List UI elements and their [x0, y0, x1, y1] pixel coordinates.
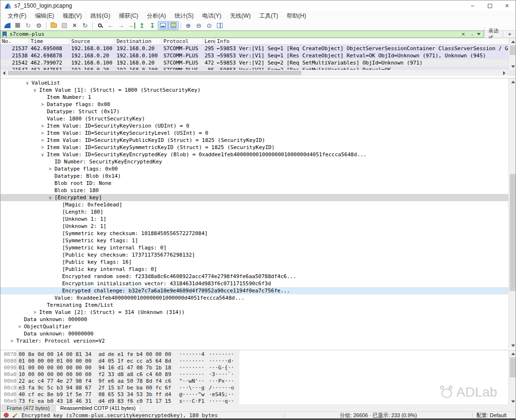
tree-row[interactable]: ∨Item Value [1]: (Struct) = 1800 (Struct…	[0, 86, 508, 94]
collapsed-arrow-icon[interactable]: >	[41, 122, 44, 129]
zoom-out-button[interactable]: ⊖	[194, 21, 204, 30]
clear-filter-icon[interactable]: ✕	[460, 32, 467, 37]
hex-row[interactable]: 00d040 cf ec 8e b9 1f 5e 7708 65 53 34 5…	[0, 391, 516, 398]
hex-row[interactable]: 008001 00 00 00 01 00 00 00d4 05 1f ec c…	[0, 358, 516, 365]
tree-row[interactable]: >Item Value: ID=SecurityKeySecurityLevel…	[0, 129, 508, 137]
add-filter-button[interactable]: +	[503, 31, 516, 38]
capture-options-button[interactable]	[33, 21, 44, 30]
tree-row[interactable]: [Magic: 0xfee1dead]	[0, 201, 508, 208]
vscroll-up-arrow[interactable]	[509, 78, 516, 85]
detail-vscrollbar[interactable]	[508, 78, 516, 348]
menu-item[interactable]: 分析(A)	[142, 11, 170, 21]
menu-item[interactable]: 捕获(C)	[115, 11, 143, 21]
vscroll-down-arrow[interactable]	[509, 63, 516, 70]
tree-row[interactable]: [Symmetric key checksum: 101884505565722…	[0, 230, 508, 237]
menu-item[interactable]: 文件(F)	[3, 11, 31, 21]
tree-row[interactable]: [Symmetric key flags: 1]	[0, 237, 508, 244]
tree-row[interactable]: >Item Value [2]: (Struct) = 314 (Unknown…	[0, 309, 508, 316]
collapsed-arrow-icon[interactable]: >	[41, 144, 44, 151]
tree-row[interactable]: Datatype: Struct (0x17)	[0, 108, 508, 115]
filter-history-chevron-icon[interactable]	[477, 33, 481, 35]
tree-row[interactable]: [Public key internal flags: 0]	[0, 266, 508, 273]
vscroll-down-arrow[interactable]	[509, 342, 516, 348]
hscroll-thumb[interactable]	[8, 71, 301, 75]
tree-row[interactable]: Datatype: Blob (0x14)	[0, 172, 508, 180]
display-filter-input[interactable]	[10, 31, 460, 37]
packet-list-hscrollbar[interactable]	[0, 70, 508, 76]
close-button[interactable]: ×	[498, 0, 516, 11]
tree-row[interactable]: Blob root ID: None	[0, 180, 508, 187]
tree-row[interactable]: ∨[Encrypted key]	[0, 194, 508, 201]
menu-item[interactable]: 工具(T)	[255, 11, 282, 21]
bytes-vscrollbar[interactable]	[508, 350, 516, 404]
tree-row[interactable]: >Item Value: ID=SecurityKeyPublicKeyID (…	[0, 137, 508, 144]
tree-row[interactable]: Blob size: 180	[0, 187, 508, 194]
colorize-packets-button[interactable]	[168, 21, 179, 30]
zoom-reset-button[interactable]: ⊙	[204, 21, 215, 30]
expanded-arrow-icon[interactable]: ∨	[26, 79, 29, 86]
maximize-button[interactable]	[481, 0, 498, 11]
tree-row[interactable]: [Public key flags: 16]	[0, 258, 508, 266]
packet-list-vscrollbar[interactable]	[508, 38, 516, 70]
collapsed-arrow-icon[interactable]: >	[41, 137, 44, 144]
menu-item[interactable]: 编辑(E)	[31, 11, 58, 21]
go-first-packet-button[interactable]: ↥	[137, 21, 147, 30]
hex-row[interactable]: 007000 8e 0d 00 14 00 81 34ad de e1 fe b…	[0, 351, 516, 358]
tree-row[interactable]: Terminating Item/List	[0, 302, 508, 309]
column-header[interactable]: Protocol	[162, 38, 203, 45]
menu-item[interactable]: 无线(W)	[226, 11, 255, 21]
tree-row[interactable]: >Item Value: ID=SecurityKeySymmetricKeyI…	[0, 144, 508, 151]
expanded-arrow-icon[interactable]: ∨	[33, 86, 36, 94]
tree-row[interactable]: Encryption initialisation vector: 431846…	[0, 280, 508, 287]
column-header[interactable]: Destination	[115, 38, 162, 45]
hex-row[interactable]: 00c0e3 fa 9c 5c b3 94 88 672f 15 b7 be b…	[0, 385, 516, 391]
packet-row[interactable]: 21538462.698878192.168.0.20192.168.0.100…	[0, 52, 508, 59]
tree-row[interactable]: >Datatype flags: 0x00	[0, 101, 508, 108]
byte-source-tab[interactable]: Reassembled COTP (411 bytes)	[55, 405, 140, 411]
hex-row[interactable]: 009001 00 00 00 00 00 00 0094 16 d1 47 0…	[0, 365, 516, 371]
collapsed-arrow-icon[interactable]: >	[18, 323, 21, 330]
expanded-arrow-icon[interactable]: ∨	[49, 194, 52, 201]
collapsed-arrow-icon[interactable]: >	[11, 337, 13, 345]
minimize-button[interactable]: –	[464, 0, 481, 11]
menu-item[interactable]: 帮助(H)	[282, 11, 311, 21]
tree-row[interactable]: Value: 0xaddee1feb4000000010000000100000…	[0, 294, 508, 302]
resize-columns-button[interactable]	[215, 21, 225, 30]
column-header[interactable]: Source	[70, 38, 115, 45]
hex-row[interactable]: 00a010 00 00 00 00 00 00 00f2 33 d8 a8 c…	[0, 371, 516, 378]
vscroll-up-arrow[interactable]	[509, 38, 516, 45]
find-packet-button[interactable]	[95, 21, 105, 30]
tree-row[interactable]: [Unknown 1: 1]	[0, 215, 508, 223]
tree-row[interactable]: >Trailer: Protocol version=V2	[0, 337, 508, 345]
vscroll-up-arrow[interactable]	[509, 350, 516, 357]
capture-comment-icon[interactable]	[13, 413, 18, 418]
open-file-button[interactable]	[48, 21, 59, 30]
auto-scroll-button[interactable]	[158, 21, 168, 30]
hex-row[interactable]: 00b022 ac c4 77 4e 27 98 f49f e6 aa 50 7…	[0, 378, 516, 385]
tree-row[interactable]: ∨Item Value: ID=SecurityKeyEncryptedKey …	[0, 151, 508, 158]
collapsed-arrow-icon[interactable]: >	[33, 309, 36, 316]
packet-row[interactable]: 21537462.695008192.168.0.100192.168.0.20…	[0, 45, 508, 52]
tree-row[interactable]: [Public key checksum: 173711735677629813…	[0, 251, 508, 258]
tree-row[interactable]: ∨ValueList	[0, 79, 508, 86]
tree-row[interactable]: >ObjectQualifier	[0, 323, 508, 330]
column-header[interactable]: Leng	[203, 38, 215, 45]
expanded-arrow-icon[interactable]: ∨	[41, 151, 44, 158]
bookmark-icon[interactable]	[2, 32, 7, 37]
go-last-packet-button[interactable]: ↧	[147, 21, 158, 30]
collapsed-arrow-icon[interactable]: >	[41, 129, 44, 137]
start-capture-button[interactable]	[2, 21, 12, 30]
tree-row[interactable]: >Datatype flags: 0x00	[0, 165, 508, 172]
vscroll-thumb[interactable]	[510, 357, 516, 377]
tree-row[interactable]: >Item Value: ID=SecurityKeyVersion (UDIn…	[0, 122, 508, 129]
column-header[interactable]: No.	[0, 38, 29, 45]
menu-item[interactable]: 跳转(G)	[86, 11, 114, 21]
vscroll-thumb[interactable]	[510, 174, 516, 291]
collapsed-arrow-icon[interactable]: >	[41, 101, 44, 108]
column-header[interactable]: Time	[29, 38, 70, 45]
go-back-button[interactable]: ←	[105, 21, 116, 30]
packet-row[interactable]: 21542462.799072192.168.0.100192.168.0.20…	[0, 59, 508, 66]
expert-info-icon[interactable]	[4, 413, 9, 418]
packet-row[interactable]: 21547462.847551192.168.0.20192.168.0.100…	[0, 66, 508, 70]
profile-status[interactable]: 配置: Default	[473, 412, 516, 419]
